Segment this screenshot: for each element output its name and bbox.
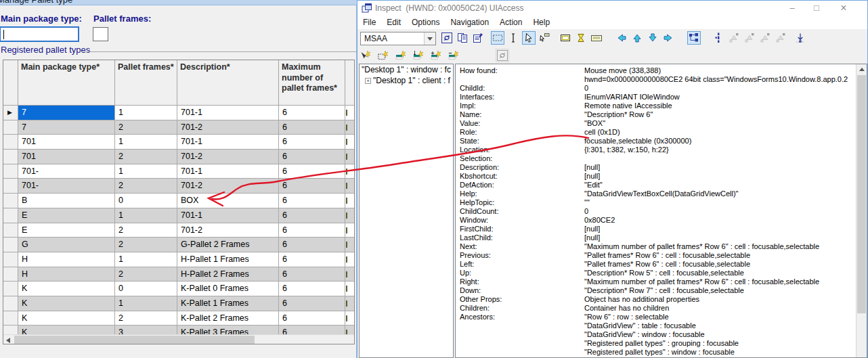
scroll-left-arrow-icon[interactable] xyxy=(6,338,10,343)
grid-cell[interactable]: 701 xyxy=(18,150,115,164)
grid-cell[interactable]: 6 xyxy=(279,120,345,135)
window-rect-icon[interactable] xyxy=(559,31,572,45)
grid-cell[interactable]: 6 xyxy=(279,326,345,334)
grid-horizontal-scrollbar[interactable] xyxy=(3,334,355,344)
grid-cell[interactable]: H xyxy=(18,252,115,267)
hourglass-icon[interactable] xyxy=(574,31,588,45)
nav-up-icon[interactable] xyxy=(630,31,644,45)
row-header[interactable] xyxy=(3,150,18,164)
row-header[interactable] xyxy=(3,326,18,334)
grid-cell[interactable]: 2 xyxy=(115,179,177,194)
grid-cell[interactable]: E xyxy=(18,223,115,238)
grid-cell[interactable]: H-Pallet 2 Frames xyxy=(177,267,279,282)
mode-select[interactable]: MSAA xyxy=(360,32,436,45)
expand-plus-icon[interactable]: + xyxy=(365,78,371,84)
row-header[interactable] xyxy=(3,267,18,282)
left-window-titlebar[interactable]: Manage Pallet type xyxy=(0,0,357,5)
keyboard-icon[interactable] xyxy=(590,31,603,45)
grid-cell[interactable]: 6 xyxy=(279,223,345,238)
grid-cell[interactable]: E xyxy=(18,208,115,223)
grid-cell[interactable]: 1 xyxy=(115,164,177,179)
grid-cell[interactable]: 6 xyxy=(279,296,345,311)
copy-icon[interactable] xyxy=(456,31,469,45)
watch-remove-icon[interactable] xyxy=(447,49,460,62)
chevron-down-icon[interactable] xyxy=(424,32,435,45)
grid-cell[interactable]: 701-1 xyxy=(177,135,279,150)
grid-cell[interactable]: 7 xyxy=(18,120,115,135)
menu-item-action[interactable]: Action xyxy=(494,16,527,28)
row-header[interactable] xyxy=(3,282,18,296)
grid-cell[interactable]: 6 xyxy=(279,135,345,150)
watch-list-icon[interactable] xyxy=(412,49,425,62)
grid-cell[interactable]: G xyxy=(18,238,115,252)
grid-cell[interactable]: 2 xyxy=(115,267,177,282)
grid-cell[interactable]: K-Pallet 1 Frames xyxy=(177,296,279,311)
watch-rect-icon[interactable] xyxy=(376,49,390,62)
grid-cell[interactable]: 3 xyxy=(115,326,177,334)
row-header[interactable] xyxy=(3,194,18,208)
row-header[interactable] xyxy=(3,208,18,223)
row-header[interactable] xyxy=(3,296,18,311)
grid-column-header[interactable]: Pallet frames* xyxy=(115,60,177,106)
grid-cell[interactable]: 6 xyxy=(279,106,345,120)
menu-item-file[interactable]: File xyxy=(357,16,381,28)
nav-down-icon[interactable] xyxy=(646,31,659,45)
close-button[interactable]: × xyxy=(833,1,854,16)
grid-cell[interactable]: 6 xyxy=(279,311,345,326)
grid-cell[interactable]: K xyxy=(18,296,115,311)
menu-item-edit[interactable]: Edit xyxy=(381,16,406,28)
focus-caret-icon[interactable] xyxy=(712,31,725,45)
grid-cell[interactable]: G-Pallet 2 Frames xyxy=(177,238,279,252)
grid-cell[interactable]: 6 xyxy=(279,208,345,223)
grid-cell[interactable]: 701- xyxy=(18,164,115,179)
minimize-button[interactable]: – xyxy=(781,1,803,16)
grid-column-header[interactable]: Description* xyxy=(177,60,279,106)
row-header[interactable]: ▶ xyxy=(3,106,18,120)
nav-right-icon[interactable] xyxy=(661,31,675,45)
watch-add-icon[interactable] xyxy=(429,49,443,62)
grid-column-header[interactable]: Maximum number of pallet frames* xyxy=(279,60,345,106)
grid-cell[interactable]: 2 xyxy=(115,223,177,238)
row-header[interactable] xyxy=(3,223,18,238)
text-cursor-icon[interactable] xyxy=(506,31,520,45)
grid-cell[interactable]: 701-2 xyxy=(177,150,279,164)
row-header[interactable] xyxy=(3,311,18,326)
tree-item[interactable]: +"Desktop 1" : client : f xyxy=(360,75,453,86)
row-header[interactable] xyxy=(3,164,18,179)
cursor-info-icon[interactable] xyxy=(538,31,551,45)
grid-cell[interactable]: K-Pallet 0 Frames xyxy=(177,282,279,296)
grid-cell[interactable]: 2 xyxy=(115,238,177,252)
grid-cell[interactable]: H xyxy=(18,267,115,282)
grid-cell[interactable]: 6 xyxy=(279,252,345,267)
tree-item[interactable]: "Desktop 1" : window : fc xyxy=(360,64,453,75)
menu-item-options[interactable]: Options xyxy=(406,16,445,28)
row-header[interactable] xyxy=(3,238,18,252)
grid-cell[interactable]: 6 xyxy=(279,164,345,179)
watch-cursor-icon[interactable] xyxy=(359,49,372,62)
row-header[interactable] xyxy=(3,120,18,135)
grid-cell[interactable]: 6 xyxy=(279,282,345,296)
nav-left-icon[interactable] xyxy=(615,31,628,45)
scrollbar-thumb[interactable] xyxy=(14,336,255,344)
grid-cell[interactable]: 1 xyxy=(115,106,177,120)
watch-caret-icon[interactable] xyxy=(394,49,408,62)
inspect-titlebar[interactable]: Inspect (HWND: 0x00050C24) UIAccess – □ … xyxy=(357,1,867,16)
properties-icon[interactable] xyxy=(471,31,485,45)
menu-item-navigation[interactable]: Navigation xyxy=(445,16,494,28)
grid-cell[interactable]: 6 xyxy=(279,238,345,252)
grid-cell[interactable]: 701- xyxy=(18,179,115,194)
grid-cell[interactable]: 701-2 xyxy=(177,223,279,238)
grid-cell[interactable]: 701-1 xyxy=(177,164,279,179)
grid-cell[interactable]: 0 xyxy=(115,282,177,296)
grid-cell[interactable]: 2 xyxy=(115,150,177,164)
highlight-rect-icon[interactable] xyxy=(491,31,504,45)
grid-cell[interactable]: 6 xyxy=(279,179,345,194)
grid-cell[interactable]: 701-2 xyxy=(177,120,279,135)
grid-column-header[interactable]: Main package type* xyxy=(18,60,115,106)
grid-cell[interactable]: 2 xyxy=(115,120,177,135)
grid-corner-header[interactable] xyxy=(3,60,18,106)
row-header[interactable] xyxy=(3,179,18,194)
property-vertical-scrollbar[interactable] xyxy=(856,64,867,357)
grid-cell[interactable]: K xyxy=(18,311,115,326)
grid-cell[interactable]: 701-2 xyxy=(177,179,279,194)
